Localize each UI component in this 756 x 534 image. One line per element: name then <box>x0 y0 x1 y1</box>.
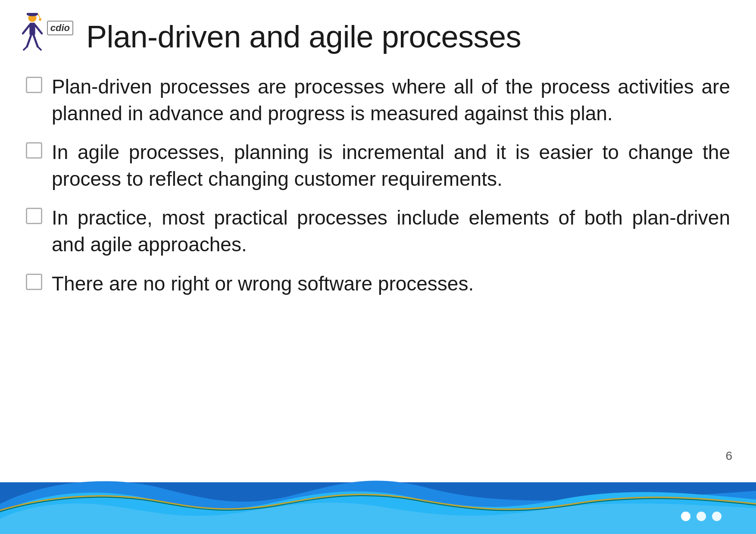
checkbox-3[interactable] <box>26 208 42 224</box>
svg-line-5 <box>34 35 38 47</box>
svg-line-7 <box>37 47 41 50</box>
bullet-text-1: Plan-driven processes are processes wher… <box>52 73 730 127</box>
figure-icon <box>17 13 47 56</box>
svg-line-10 <box>38 14 40 19</box>
nav-dot-1[interactable] <box>681 512 690 521</box>
svg-line-2 <box>23 25 29 34</box>
bullet-item-3: In practice, most practical processes in… <box>26 204 730 258</box>
svg-line-4 <box>27 35 31 47</box>
bullet-text-2: In agile processes, planning is incremen… <box>52 139 730 192</box>
checkbox-1[interactable] <box>26 77 42 93</box>
slide-title: Plan-driven and agile processes <box>86 19 521 54</box>
cdio-text-badge: cdio <box>47 21 73 35</box>
bullet-item-1: Plan-driven processes are processes wher… <box>26 73 730 127</box>
nav-dot-2[interactable] <box>697 512 706 521</box>
bottom-wave-decoration <box>0 465 756 534</box>
svg-rect-9 <box>27 13 38 15</box>
svg-line-3 <box>35 25 42 34</box>
logo-area: cdio <box>17 13 73 60</box>
nav-dot-3[interactable] <box>712 512 722 521</box>
slide-container: cdio Plan-driven and agile processes Pla… <box>0 0 756 534</box>
svg-rect-1 <box>29 23 35 35</box>
svg-point-11 <box>39 18 41 21</box>
bullet-item-2: In agile processes, planning is incremen… <box>26 139 730 192</box>
content-area: Plan-driven processes are processes wher… <box>0 69 756 297</box>
svg-line-6 <box>24 47 27 50</box>
bullet-text-3: In practice, most practical processes in… <box>52 204 730 258</box>
bullet-item-4: There are no right or wrong software pro… <box>26 270 730 297</box>
page-number: 6 <box>725 449 732 463</box>
header: cdio Plan-driven and agile processes <box>0 0 756 69</box>
cdio-logo: cdio <box>17 13 73 60</box>
checkbox-4[interactable] <box>26 274 42 290</box>
checkbox-2[interactable] <box>26 142 42 159</box>
navigation-dots <box>681 512 722 521</box>
bullet-text-4: There are no right or wrong software pro… <box>52 270 730 297</box>
